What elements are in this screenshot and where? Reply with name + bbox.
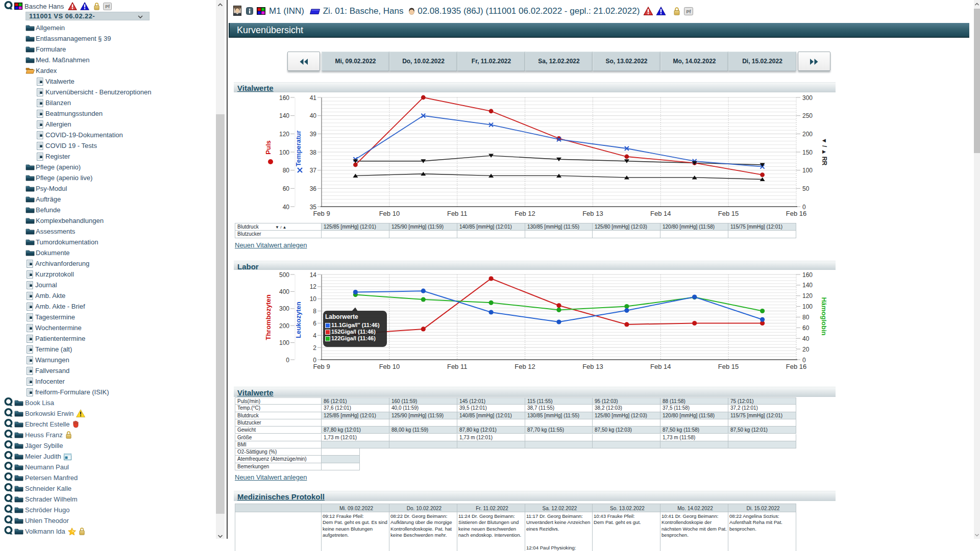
svg-text:50: 50: [802, 185, 810, 192]
svg-text:100: 100: [279, 149, 289, 156]
svg-text:Feb 12: Feb 12: [514, 210, 535, 217]
svg-text:0: 0: [802, 357, 806, 364]
svg-text:39: 39: [310, 131, 317, 138]
svg-text:20: 20: [802, 346, 810, 353]
svg-text:Feb 10: Feb 10: [379, 363, 400, 370]
svg-text:60: 60: [802, 324, 810, 332]
svg-text:200: 200: [802, 131, 813, 138]
svg-text:38: 38: [310, 149, 317, 156]
svg-text:Feb 9: Feb 9: [313, 210, 330, 217]
svg-text:40: 40: [802, 335, 810, 342]
svg-text:300: 300: [802, 94, 813, 102]
svg-text:Hämoglobin: Hämoglobin: [820, 297, 828, 335]
svg-text:12: 12: [310, 283, 317, 290]
svg-text:6: 6: [313, 320, 316, 327]
svg-text:200: 200: [279, 322, 289, 330]
svg-text:10: 10: [310, 295, 317, 303]
svg-text:37: 37: [310, 167, 317, 174]
svg-text:Feb 14: Feb 14: [650, 210, 671, 217]
svg-text:80: 80: [283, 167, 290, 174]
svg-text:80: 80: [802, 314, 810, 321]
svg-text:Feb 13: Feb 13: [582, 363, 603, 370]
svg-text:140: 140: [802, 282, 813, 289]
svg-text:100: 100: [802, 167, 813, 174]
svg-text:41: 41: [310, 94, 317, 102]
svg-text:120: 120: [802, 292, 813, 299]
svg-text:Feb 16: Feb 16: [786, 363, 806, 370]
svg-text:100: 100: [279, 339, 289, 346]
svg-text:250: 250: [802, 112, 813, 119]
svg-text:36: 36: [310, 185, 317, 192]
svg-text:Feb 9: Feb 9: [313, 363, 330, 370]
svg-text:Feb 13: Feb 13: [582, 210, 603, 217]
svg-text:Feb 15: Feb 15: [718, 363, 739, 370]
svg-text:Thrombozyten: Thrombozyten: [264, 294, 272, 340]
svg-text:120: 120: [279, 131, 289, 138]
svg-text:Feb 11: Feb 11: [447, 210, 468, 217]
svg-text:Feb 15: Feb 15: [718, 210, 739, 217]
svg-text:Feb 12: Feb 12: [514, 363, 535, 370]
svg-text:60: 60: [283, 185, 290, 192]
svg-text:▼ / ▲ RR: ▼ / ▲ RR: [821, 138, 828, 166]
svg-text:0: 0: [286, 357, 289, 364]
svg-text:14: 14: [310, 271, 317, 279]
svg-text:35: 35: [310, 204, 317, 211]
svg-text:40: 40: [310, 112, 317, 119]
svg-text:Feb 10: Feb 10: [379, 210, 400, 217]
svg-text:2: 2: [313, 344, 316, 352]
svg-text:Feb 14: Feb 14: [650, 363, 671, 370]
svg-text:100: 100: [802, 303, 813, 310]
svg-text:0: 0: [313, 357, 316, 364]
svg-text:Leukozyten: Leukozyten: [295, 302, 302, 338]
svg-text:400: 400: [279, 288, 289, 295]
svg-text:160: 160: [802, 271, 813, 279]
svg-text:500: 500: [279, 271, 289, 279]
svg-text:300: 300: [279, 305, 289, 312]
svg-text:Puls: Puls: [264, 140, 272, 154]
svg-text:0: 0: [802, 204, 806, 211]
svg-text:Temperatur: Temperatur: [295, 131, 302, 167]
svg-text:Feb 11: Feb 11: [447, 363, 468, 370]
svg-text:8: 8: [313, 308, 316, 315]
svg-text:140: 140: [279, 112, 289, 119]
svg-text:4: 4: [313, 332, 316, 339]
svg-text:Feb 16: Feb 16: [786, 210, 806, 217]
svg-text:150: 150: [802, 149, 813, 156]
svg-text:40: 40: [283, 204, 290, 211]
svg-text:160: 160: [279, 94, 289, 102]
